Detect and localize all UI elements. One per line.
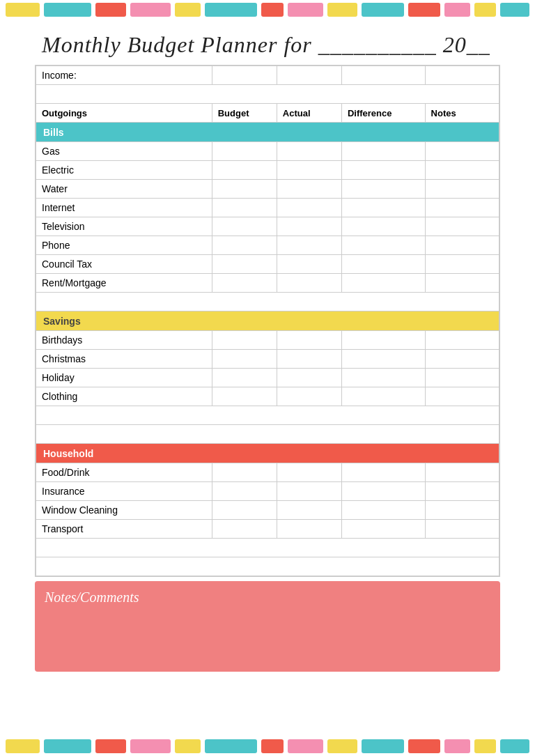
header-notes: Notes: [425, 104, 499, 123]
spacer-row-4: [36, 425, 499, 444]
deco-block: [130, 3, 171, 17]
deco-block: [175, 3, 201, 17]
notes-section: Notes/Comments: [35, 581, 500, 672]
deco-block: [205, 3, 257, 17]
deco-block: [444, 3, 470, 17]
deco-block: [500, 3, 529, 17]
savings-christmas: Christmas: [36, 350, 499, 369]
header-outgoings: Outgoings: [36, 104, 212, 123]
deco-block: [327, 3, 357, 17]
bills-council-tax-label: Council Tax: [36, 255, 212, 274]
spacer-row-3: [36, 406, 499, 425]
savings-clothing-label: Clothing: [36, 387, 212, 406]
bills-council-tax: Council Tax: [36, 255, 499, 274]
deco-block: [408, 739, 440, 753]
bills-label: Bills: [36, 123, 499, 142]
household-insurance: Insurance: [36, 482, 499, 501]
household-transport-label: Transport: [36, 520, 212, 539]
bills-television: Television: [36, 217, 499, 236]
deco-block: [95, 3, 126, 17]
deco-block: [175, 739, 201, 753]
spacer-row-2: [36, 293, 499, 311]
household-section-header: Household: [36, 444, 499, 463]
bills-electric: Electric: [36, 161, 499, 180]
deco-block: [261, 739, 284, 753]
savings-birthdays: Birthdays: [36, 331, 499, 350]
deco-block: [130, 739, 171, 753]
savings-birthdays-label: Birthdays: [36, 331, 212, 350]
household-insurance-label: Insurance: [36, 482, 212, 501]
deco-block: [95, 739, 126, 753]
budget-table-container: Income: Outgoings Budget Actual Differen…: [35, 65, 500, 577]
spacer-row-5: [36, 539, 499, 557]
bills-electric-label: Electric: [36, 161, 212, 180]
bills-gas-label: Gas: [36, 142, 212, 161]
household-window-cleaning: Window Cleaning: [36, 501, 499, 520]
household-window-cleaning-label: Window Cleaning: [36, 501, 212, 520]
household-food-drink: Food/Drink: [36, 463, 499, 482]
bills-phone-label: Phone: [36, 236, 212, 255]
deco-bar-bottom: [0, 736, 535, 756]
household-food-drink-label: Food/Drink: [36, 463, 212, 482]
deco-block: [474, 3, 496, 17]
bills-water: Water: [36, 180, 499, 199]
bills-section-header: Bills: [36, 123, 499, 142]
header-budget: Budget: [212, 104, 277, 123]
deco-block: [44, 739, 91, 753]
deco-block: [327, 739, 357, 753]
bills-rent-mortgage: Rent/Mortgage: [36, 274, 499, 293]
deco-bar-top: [0, 0, 535, 20]
notes-label: Notes/Comments: [45, 589, 490, 605]
deco-block: [261, 3, 284, 17]
deco-block: [408, 3, 440, 17]
deco-block: [500, 739, 529, 753]
income-row: Income:: [36, 66, 499, 85]
header-difference: Difference: [341, 104, 425, 123]
income-label: Income:: [36, 66, 212, 85]
savings-clothing: Clothing: [36, 387, 499, 406]
bills-internet: Internet: [36, 199, 499, 217]
household-label: Household: [36, 444, 499, 463]
savings-christmas-label: Christmas: [36, 350, 212, 369]
spacer-row-1: [36, 85, 499, 104]
household-transport: Transport: [36, 520, 499, 539]
page-title: Monthly Budget Planner for __________ 20…: [42, 32, 493, 58]
bills-internet-label: Internet: [36, 199, 212, 217]
page: Monthly Budget Planner for __________ 20…: [0, 0, 535, 756]
deco-block: [6, 3, 40, 17]
budget-table: Income: Outgoings Budget Actual Differen…: [36, 65, 499, 576]
title-area: Monthly Budget Planner for __________ 20…: [0, 20, 535, 65]
deco-block: [362, 3, 404, 17]
deco-block: [288, 3, 323, 17]
bills-rent-mortgage-label: Rent/Mortgage: [36, 274, 212, 293]
savings-holiday: Holiday: [36, 369, 499, 387]
bills-water-label: Water: [36, 180, 212, 199]
deco-block: [288, 739, 323, 753]
deco-block: [44, 3, 91, 17]
deco-block: [444, 739, 470, 753]
spacer-row-6: [36, 557, 499, 576]
deco-block: [205, 739, 257, 753]
bills-phone: Phone: [36, 236, 499, 255]
savings-section-header: Savings: [36, 311, 499, 331]
bills-television-label: Television: [36, 217, 212, 236]
savings-holiday-label: Holiday: [36, 369, 212, 387]
bills-gas: Gas: [36, 142, 499, 161]
column-headers: Outgoings Budget Actual Difference Notes: [36, 104, 499, 123]
savings-label: Savings: [36, 311, 499, 331]
header-actual: Actual: [277, 104, 341, 123]
deco-block: [6, 739, 40, 753]
deco-block: [474, 739, 496, 753]
deco-block: [362, 739, 404, 753]
